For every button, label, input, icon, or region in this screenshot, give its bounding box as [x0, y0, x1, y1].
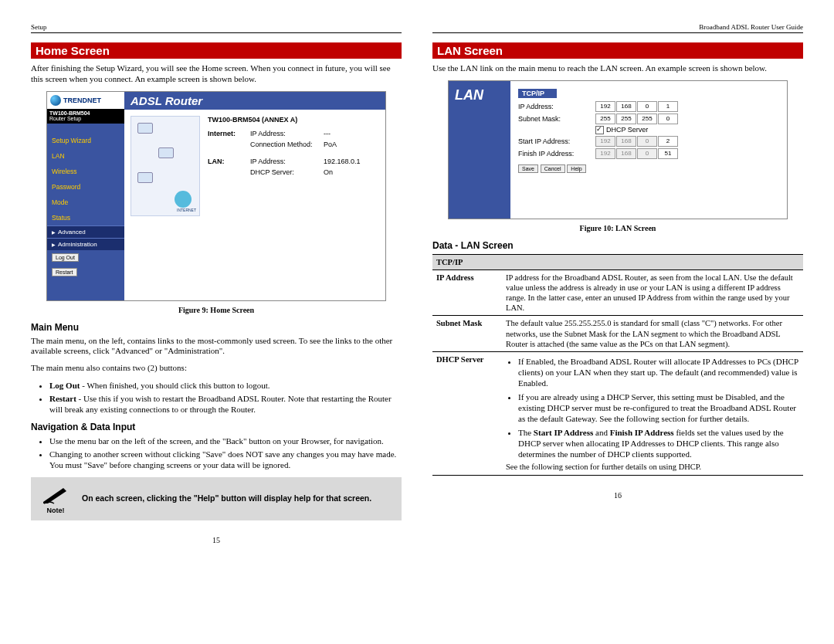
ip-input-2[interactable]: 168	[616, 101, 636, 112]
page-header: Setup	[31, 23, 402, 33]
menu-lan[interactable]: LAN	[47, 148, 124, 164]
dhcp-tail: See the following section for further de…	[506, 463, 701, 471]
lan-panel: TCP/IP IP Address: 192 168 0 1 Subnet Ma…	[510, 81, 787, 219]
subnet-input-1[interactable]: 255	[595, 114, 615, 124]
row-dhcp-label: DHCP Server	[432, 351, 502, 475]
start-input-4[interactable]: 2	[658, 136, 678, 147]
nav-bullet-1: Use the menu bar on the left of the scre…	[49, 436, 402, 446]
row-subnet-label: Subnet Mask	[432, 316, 502, 351]
page-left: Setup Home Screen After finishing the Se…	[31, 23, 402, 544]
nav-bullets: Use the menu bar on the left of the scre…	[49, 436, 402, 471]
menu-wireless[interactable]: Wireless	[47, 164, 124, 179]
ip-input-3[interactable]: 0	[637, 101, 657, 112]
main-menu-p1: The main menu, on the left, contains lin…	[31, 336, 402, 358]
start-input-2[interactable]: 168	[616, 136, 636, 147]
menu-advanced[interactable]: Advanced	[47, 225, 124, 238]
nav-heading: Navigation & Data Input	[31, 422, 402, 432]
ip-input-4[interactable]: 1	[658, 101, 678, 112]
header-left: Setup	[31, 23, 47, 31]
ip-input-1[interactable]: 192	[595, 101, 615, 112]
finish-input-4[interactable]: 51	[658, 148, 678, 159]
ss-main: ADSL Router INTERNET TW100-BRM504 (ANNEX…	[124, 92, 385, 300]
home-screenshot: TRENDNET TW100-BRM504 Router Setup Setup…	[46, 91, 386, 301]
intro-right: Use the LAN link on the main menu to rea…	[432, 63, 803, 74]
start-input-3[interactable]: 0	[637, 136, 657, 147]
logout-button[interactable]: Log Out	[52, 253, 79, 262]
dhcp-bullet-3: The Start IP Address and Finish IP Addre…	[518, 427, 799, 460]
internet-label: INTERNET	[177, 208, 196, 212]
subnet-label: Subnet Mask:	[518, 115, 595, 123]
page-number-right: 16	[432, 491, 803, 500]
header-right-r: Broadband ADSL Router User Guide	[699, 23, 803, 31]
note-box: Note! On each screen, clicking the "Help…	[31, 477, 402, 520]
menu-status[interactable]: Status	[47, 210, 124, 225]
subnet-input-3[interactable]: 255	[637, 114, 657, 124]
dhcp-checkbox[interactable]	[595, 126, 604, 134]
lan-screenshot: LAN TCP/IP IP Address: 192 168 0 1 Subne…	[448, 80, 788, 219]
model-box: TW100-BRM504 Router Setup	[47, 109, 124, 124]
finish-input-3[interactable]: 0	[637, 148, 657, 159]
main-menu-p2: The main menu also contains two (2) butt…	[31, 363, 402, 374]
menu-password[interactable]: Password	[47, 179, 124, 195]
page-right: Broadband ADSL Router User Guide LAN Scr…	[432, 23, 803, 544]
start-input-1[interactable]: 192	[595, 136, 615, 147]
network-diagram: INTERNET	[131, 116, 200, 216]
logo-icon	[50, 95, 61, 106]
menu-administration[interactable]: Administration	[47, 238, 124, 250]
dhcp-check-label: DHCP Server	[606, 126, 648, 134]
internet-icon	[175, 191, 192, 208]
figure9-caption: Figure 9: Home Screen	[31, 306, 402, 314]
restart-button[interactable]: Restart	[52, 268, 77, 276]
dhcp-bullet-2: If you are already using a DHCP Server, …	[518, 391, 799, 425]
cancel-button[interactable]: Cancel	[541, 164, 565, 173]
nav-bullet-2: Changing to another screen without click…	[49, 449, 402, 471]
row-ip-label: IP Address	[432, 269, 502, 316]
note-text: On each screen, clicking the "Help" butt…	[82, 493, 371, 504]
save-button[interactable]: Save	[518, 164, 538, 173]
page-number-left: 15	[31, 536, 402, 544]
finish-label: Finish IP Address:	[518, 150, 595, 158]
model-line1: TW100-BRM504	[49, 110, 122, 117]
ss-title: ADSL Router	[124, 92, 385, 110]
main-menu-bullets: Log Out - When finished, you should clic…	[49, 380, 402, 415]
model-line2: Router Setup	[49, 116, 122, 122]
data-table: TCP/IP IP Address IP address for the Bro…	[432, 254, 803, 476]
subnet-input-2[interactable]: 255	[616, 114, 636, 124]
row-lan: LAN:	[208, 158, 250, 165]
annex-label: TW100-BRM504 (ANNEX A)	[208, 116, 379, 124]
data-lan-heading: Data - LAN Screen	[432, 240, 803, 251]
start-label: Start IP Address:	[518, 137, 595, 145]
ss-sidebar: TRENDNET TW100-BRM504 Router Setup Setup…	[47, 92, 124, 300]
intro-text: After finishing the Setup Wizard, you wi…	[31, 63, 402, 85]
page-header-right: Broadband ADSL Router User Guide	[432, 23, 803, 33]
logo-text: TRENDNET	[63, 97, 101, 104]
figure10-caption: Figure 10: LAN Screen	[432, 224, 803, 232]
subnet-input-4[interactable]: 0	[658, 114, 678, 124]
lan-title: LAN	[449, 81, 510, 219]
ss-info-table: TW100-BRM504 (ANNEX A) Internet:IP Addre…	[208, 116, 379, 216]
dhcp-bullet-1: If Enabled, the Broadband ADSL Router wi…	[518, 356, 799, 389]
note-icon: Note!	[37, 483, 74, 514]
ip-label: IP Address:	[518, 103, 595, 110]
section-banner-lan: LAN Screen	[432, 42, 803, 59]
menu-setup-wizard[interactable]: Setup Wizard	[47, 133, 124, 148]
tcpip-label: TCP/IP	[518, 89, 557, 98]
row-internet: Internet:	[208, 130, 250, 137]
row-subnet-text: The default value 255.255.255.0 is stand…	[502, 316, 803, 351]
logo-row: TRENDNET	[47, 92, 124, 109]
finish-input-2[interactable]: 168	[616, 148, 636, 159]
finish-input-1[interactable]: 192	[595, 148, 615, 159]
help-button[interactable]: Help	[567, 164, 585, 173]
main-menu-heading: Main Menu	[31, 322, 402, 333]
section-banner-home: Home Screen	[31, 42, 402, 59]
menu-mode[interactable]: Mode	[47, 195, 124, 210]
row-ip-text: IP address for the Broadband ADSL Router…	[502, 269, 803, 316]
table-section-header: TCP/IP	[432, 254, 803, 269]
row-dhcp-cell: If Enabled, the Broadband ADSL Router wi…	[502, 351, 803, 475]
